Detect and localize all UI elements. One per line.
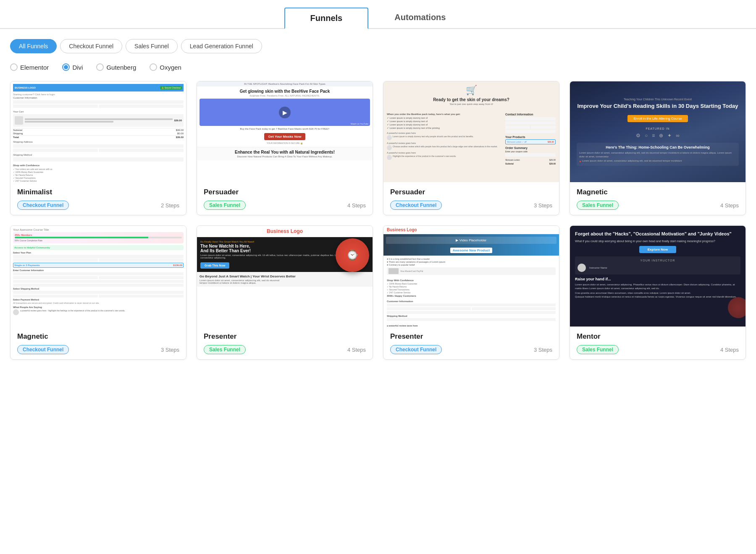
- card-presenter-sales[interactable]: Business Logo It's Finally Here! The Sma…: [197, 225, 373, 360]
- card-footer-mentor: Sales Funnel 4 Steps: [577, 345, 739, 354]
- card-info-presenter-checkout: Presenter Checkout Funnel 3 Steps: [383, 327, 559, 359]
- card-preview-presenter-sales: Business Logo It's Finally Here! The Sma…: [197, 226, 373, 327]
- card-info-presenter-sales: Presenter Sales Funnel 4 Steps: [197, 327, 373, 359]
- card-title-mentor: Mentor: [577, 332, 739, 341]
- card-preview-persuader-sales: IN THE SPOTLIGHT: Beehive's Nourishing F…: [197, 81, 373, 182]
- radio-label-elementor: Elementor: [20, 64, 49, 71]
- card-preview-magnetic-sales: Teaching Your Children This Unknown Rece…: [570, 81, 746, 182]
- card-steps-mentor: 4 Steps: [720, 347, 739, 353]
- card-tag-minimalist: Checkout Funnel: [17, 201, 69, 210]
- cards-grid: BUSINESS LOGO 🔒 Secure Checkout Starting…: [0, 81, 756, 373]
- top-tabs-container: Funnels Automations: [0, 0, 756, 29]
- tab-automations[interactable]: Automations: [368, 7, 472, 28]
- card-info-minimalist: Minimalist Checkout Funnel 2 Steps: [10, 182, 186, 215]
- card-minimalist[interactable]: BUSINESS LOGO 🔒 Secure Checkout Starting…: [10, 81, 186, 215]
- card-preview-minimalist: BUSINESS LOGO 🔒 Secure Checkout Starting…: [10, 81, 186, 182]
- radio-label-gutenberg: Gutenberg: [106, 64, 136, 71]
- card-footer-magnetic-checkout: Checkout Funnel 3 Steps: [17, 345, 179, 354]
- card-tag-magnetic-sales: Sales Funnel: [577, 201, 619, 210]
- card-steps-persuader-checkout: 3 Steps: [534, 202, 552, 209]
- card-steps-presenter-checkout: 3 Steps: [534, 347, 552, 353]
- card-steps-magnetic-sales: 4 Steps: [720, 202, 739, 209]
- card-preview-mentor: PRO Forget about the "Hacks", "Occasiona…: [570, 226, 746, 327]
- card-tag-presenter-checkout: Checkout Funnel: [390, 345, 442, 354]
- magnetic-reading-title: Improve Your Child's Reading Skills in 3…: [577, 102, 738, 110]
- card-footer-magnetic-sales: Sales Funnel 4 Steps: [577, 201, 739, 210]
- radio-circle-oxygen: [150, 63, 157, 71]
- card-persuader-sales[interactable]: IN THE SPOTLIGHT: Beehive's Nourishing F…: [197, 81, 373, 215]
- card-tag-persuader-checkout: Checkout Funnel: [390, 201, 442, 210]
- card-steps-persuader-sales: 4 Steps: [347, 202, 366, 209]
- radio-label-divi: Divi: [72, 64, 83, 71]
- card-mentor[interactable]: PRO Forget about the "Hacks", "Occasiona…: [570, 225, 746, 360]
- radio-bar: Elementor Divi Gutenberg Oxygen: [0, 60, 756, 81]
- radio-oxygen[interactable]: Oxygen: [150, 63, 181, 71]
- card-title-presenter-sales: Presenter: [204, 332, 366, 341]
- filter-sales[interactable]: Sales Funnel: [126, 39, 178, 53]
- card-tag-mentor: Sales Funnel: [577, 345, 619, 354]
- card-steps-magnetic-checkout: 3 Steps: [161, 347, 179, 353]
- radio-circle-divi: [62, 63, 70, 71]
- radio-elementor[interactable]: Elementor: [10, 63, 49, 71]
- card-tag-persuader-sales: Sales Funnel: [204, 201, 246, 210]
- radio-gutenberg[interactable]: Gutenberg: [96, 63, 136, 71]
- card-title-presenter-checkout: Presenter: [390, 332, 552, 341]
- card-title-persuader-sales: Persuader: [204, 188, 366, 196]
- card-footer-persuader-sales: Sales Funnel 4 Steps: [204, 201, 366, 210]
- card-magnetic-sales[interactable]: Teaching Your Children This Unknown Rece…: [570, 81, 746, 215]
- card-preview-persuader-checkout: 🛒 Ready to get the skin of your dreams? …: [383, 81, 559, 182]
- radio-circle-elementor: [10, 63, 18, 71]
- card-steps-minimalist: 2 Steps: [161, 202, 179, 209]
- radio-circle-gutenberg: [96, 63, 104, 71]
- filter-bar: All Funnels Checkout Funnel Sales Funnel…: [0, 29, 756, 60]
- card-title-magnetic-checkout: Magnetic: [17, 332, 179, 341]
- card-tag-presenter-sales: Sales Funnel: [204, 345, 246, 354]
- card-title-magnetic-sales: Magnetic: [577, 188, 739, 196]
- card-preview-magnetic-checkout: Your Awesome Course Title 250+ Members 8…: [10, 226, 186, 327]
- card-info-mentor: Mentor Sales Funnel 4 Steps: [570, 327, 746, 359]
- card-preview-presenter-checkout: Business Logo ▶ Video Placeholder Awesom…: [383, 226, 559, 327]
- card-info-persuader-checkout: Persuader Checkout Funnel 3 Steps: [383, 182, 559, 215]
- radio-divi[interactable]: Divi: [62, 63, 83, 71]
- card-tag-magnetic-checkout: Checkout Funnel: [17, 345, 69, 354]
- card-footer-minimalist: Checkout Funnel 2 Steps: [17, 201, 179, 210]
- card-title-persuader-checkout: Persuader: [390, 188, 552, 196]
- card-magnetic-checkout[interactable]: Your Awesome Course Title 250+ Members 8…: [10, 225, 186, 360]
- card-info-magnetic-sales: Magnetic Sales Funnel 4 Steps: [570, 182, 746, 215]
- card-info-persuader-sales: Persuader Sales Funnel 4 Steps: [197, 182, 373, 215]
- card-presenter-checkout[interactable]: Business Logo ▶ Video Placeholder Awesom…: [383, 225, 559, 360]
- filter-lead[interactable]: Lead Generation Funnel: [181, 39, 262, 53]
- tab-funnels[interactable]: Funnels: [284, 8, 369, 29]
- card-persuader-checkout[interactable]: 🛒 Ready to get the skin of your dreams? …: [383, 81, 559, 215]
- card-footer-presenter-sales: Sales Funnel 4 Steps: [204, 345, 366, 354]
- card-footer-persuader-checkout: Checkout Funnel 3 Steps: [390, 201, 552, 210]
- card-steps-presenter-sales: 4 Steps: [347, 347, 366, 353]
- filter-checkout[interactable]: Checkout Funnel: [60, 39, 122, 53]
- card-info-magnetic-checkout: Magnetic Checkout Funnel 3 Steps: [10, 327, 186, 359]
- filter-all[interactable]: All Funnels: [10, 39, 57, 53]
- radio-label-oxygen: Oxygen: [160, 64, 181, 71]
- card-title-minimalist: Minimalist: [17, 188, 179, 196]
- card-footer-presenter-checkout: Checkout Funnel 3 Steps: [390, 345, 552, 354]
